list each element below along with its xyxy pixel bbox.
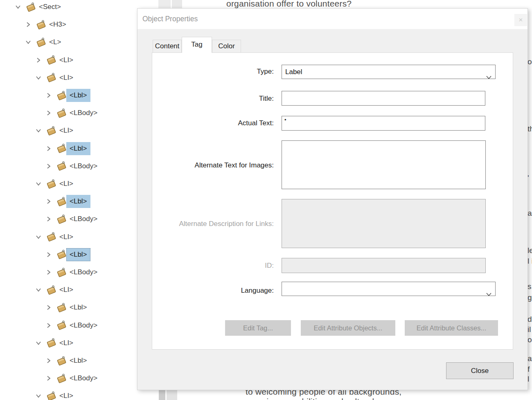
tag-icon — [56, 214, 68, 224]
tab-content[interactable]: Content — [153, 40, 182, 53]
chevron-right-icon[interactable] — [45, 357, 52, 364]
tag-icon — [56, 320, 68, 330]
tree-row[interactable]: <H3> — [0, 16, 139, 33]
tree-item-label: <LI> — [56, 124, 77, 137]
chevron-right-icon[interactable] — [45, 375, 52, 382]
chevron-down-icon[interactable] — [14, 3, 22, 11]
tree-row[interactable]: <LBody> — [0, 370, 139, 387]
tag-icon — [56, 356, 68, 366]
tree-row[interactable]: <Lbl> — [0, 246, 139, 263]
edit-attribute-classes-button: Edit Attribute Classes... — [405, 320, 498, 336]
tree-row[interactable]: <Lbl> — [0, 87, 139, 104]
dialog-titlebar[interactable]: Object Properties — [138, 9, 527, 29]
tree-item-label: <LI> — [56, 177, 77, 190]
tree-item-label: <LBody> — [66, 160, 101, 173]
tree-item-label: <LBody> — [66, 319, 101, 332]
actual-text-label: Actual Text: — [138, 118, 274, 128]
title-input[interactable] — [282, 91, 485, 106]
tree-item-label: <H3> — [46, 18, 70, 31]
chevron-down-icon[interactable] — [35, 127, 42, 134]
chevron-right-icon[interactable] — [45, 322, 52, 329]
tree-row[interactable]: <LI> — [0, 387, 139, 400]
chevron-right-icon[interactable] — [35, 56, 42, 64]
chevron-right-icon[interactable] — [45, 251, 52, 258]
tree-row[interactable]: <L> — [0, 34, 139, 51]
chevron-right-icon[interactable] — [45, 92, 52, 99]
tag-icon — [46, 391, 57, 400]
tag-icon — [56, 303, 68, 313]
tag-icon — [56, 267, 68, 278]
id-input — [282, 258, 486, 273]
chevron-down-icon[interactable] — [35, 392, 42, 400]
alt-desc-links-textarea — [282, 199, 486, 248]
tag-icon — [46, 55, 57, 65]
tree-row[interactable]: <Lbl> — [0, 193, 139, 210]
tag-icon — [56, 108, 68, 118]
tree-row[interactable]: <LBody> — [0, 264, 139, 281]
tree-row[interactable]: <LI> — [0, 175, 139, 192]
page-edge-top — [172, 0, 182, 9]
chevron-right-icon[interactable] — [45, 163, 52, 170]
tree-row[interactable]: <LBody> — [0, 104, 139, 122]
chevron-down-icon[interactable] — [35, 233, 42, 241]
tag-icon — [46, 126, 57, 136]
tree-row[interactable]: <LI> — [0, 334, 139, 352]
language-dropdown[interactable] — [282, 282, 496, 296]
document-text-fragment: av — [527, 354, 532, 363]
tree-row[interactable]: <LBody> — [0, 317, 139, 334]
tag-icon — [26, 2, 37, 12]
dialog-close-icon[interactable]: × — [514, 14, 527, 26]
tab-tag[interactable]: Tag — [182, 37, 212, 53]
tag-icon — [56, 90, 68, 101]
tree-item-label: <LI> — [56, 231, 77, 244]
chevron-down-icon[interactable] — [25, 38, 32, 46]
tree-item-label: <Lbl> — [66, 89, 90, 102]
document-text-fragment: o — [527, 335, 532, 344]
chevron-right-icon[interactable] — [45, 109, 52, 117]
tree-row[interactable]: <Lbl> — [0, 299, 139, 316]
type-dropdown-value: Label — [285, 65, 302, 79]
tree-row[interactable]: <LBody> — [0, 158, 139, 175]
tag-icon — [56, 249, 68, 260]
chevron-right-icon[interactable] — [45, 269, 52, 276]
actual-text-value: • — [284, 117, 286, 122]
tree-row[interactable]: <LBody> — [0, 210, 139, 228]
tag-icon — [56, 161, 68, 171]
chevron-right-icon[interactable] — [25, 21, 32, 28]
tab-color[interactable]: Color — [212, 40, 241, 53]
chevron-right-icon[interactable] — [45, 198, 52, 205]
alt-desc-links-label: Alternate Description for Links: — [138, 219, 274, 229]
chevron-down-icon — [486, 287, 491, 301]
tree-row[interactable]: <LI> — [0, 122, 139, 139]
chevron-down-icon[interactable] — [35, 74, 42, 81]
chevron-right-icon[interactable] — [45, 145, 52, 152]
chevron-down-icon[interactable] — [35, 180, 42, 188]
chevron-down-icon[interactable] — [35, 286, 42, 294]
tree-row[interactable]: <LI> — [0, 228, 139, 246]
type-label: Type: — [138, 67, 274, 77]
tree-item-label: <LBody> — [66, 372, 101, 385]
chevron-down-icon[interactable] — [35, 339, 42, 347]
title-label: Title: — [138, 94, 274, 104]
panel-splitter-top — [158, 0, 171, 9]
document-text-top: organisation offer to volunteers? — [226, 0, 352, 9]
type-dropdown[interactable]: Label — [282, 65, 496, 79]
tag-icon — [36, 20, 47, 30]
tree-item-label: <LI> — [56, 71, 77, 84]
tree-row[interactable]: <LI> — [0, 69, 139, 86]
tree-item-label: <LI> — [56, 54, 77, 67]
tree-row[interactable]: <LI> — [0, 281, 139, 298]
close-button[interactable]: Close — [446, 362, 514, 379]
chevron-right-icon[interactable] — [45, 304, 52, 311]
tree-row[interactable]: <Sect> — [0, 0, 139, 16]
tag-icon — [46, 179, 57, 189]
chevron-right-icon[interactable] — [45, 215, 52, 223]
tree-row[interactable]: <LI> — [0, 52, 139, 69]
tree-row[interactable]: <Lbl> — [0, 140, 139, 157]
alt-text-images-textarea[interactable] — [282, 140, 486, 189]
document-text-fragment: le — [527, 246, 532, 255]
tag-icon — [56, 143, 68, 154]
tree-row[interactable]: <Lbl> — [0, 352, 139, 369]
actual-text-input[interactable]: • — [282, 116, 485, 131]
id-label: ID: — [138, 261, 274, 271]
